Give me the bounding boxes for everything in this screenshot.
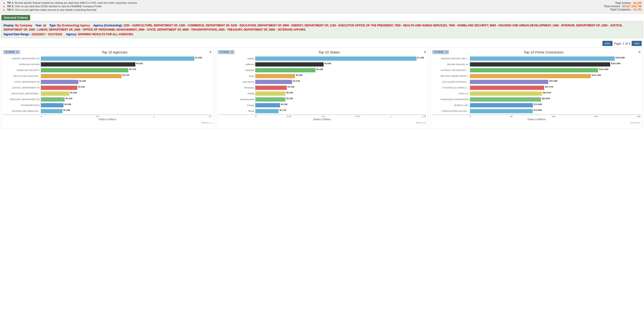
bar-label: TRANSPORTATION: [4, 104, 41, 106]
tips-left: 🔺 TIP 1: Reveal specific federal markets…: [2, 2, 604, 12]
bar-track[interactable]: $141.78M: [470, 74, 640, 78]
axis-tick-label: 0.5: [96, 115, 99, 118]
chart-menu-icon-0[interactable]: ≡: [209, 50, 212, 54]
bar-value-label: $73.93M: [534, 103, 542, 106]
axis-labels-1: 00.250.50.7511.25: [218, 115, 426, 118]
axis-tick-label: 0: [41, 115, 42, 118]
bar-track[interactable]: $0.17B: [255, 109, 426, 113]
bar-value-label: $164.48M: [611, 62, 620, 65]
bar-track[interactable]: $1.35B: [41, 56, 212, 61]
bar-track[interactable]: $0.83B: [41, 62, 212, 66]
bar-track[interactable]: $0.27B: [255, 80, 426, 84]
chart-logo-1: FEDMINE.US: [218, 50, 234, 54]
bar-row: HOMELAND SECURITY$0.77B: [4, 68, 212, 73]
chart-menu-icon-2[interactable]: ≡: [638, 50, 640, 54]
bar-row: Florida$0.22B: [218, 91, 426, 96]
bar-track[interactable]: $87.07M: [470, 86, 640, 90]
bar-label: BECHTEL MARINE PROPU...: [432, 75, 470, 77]
bar-fill: [470, 56, 614, 61]
bar-label: HOUSING AND URBAN DE...: [4, 110, 41, 112]
bar-track[interactable]: $73.68M: [470, 109, 640, 113]
chart-header-1: FEDMINE.USTop 10 States≡: [218, 50, 426, 54]
bar-row: VETERANS AFFAIRS$0.83B: [4, 62, 212, 67]
bar-track[interactable]: $92.08M: [470, 80, 640, 84]
bar-track[interactable]: $0.77B: [41, 68, 212, 72]
chart-menu-icon-1[interactable]: ≡: [424, 50, 426, 54]
stats-panel: Total Actions : 40,245 Total Amount : $5…: [604, 2, 642, 11]
total-amount-value[interactable]: $5,627,100,746: [622, 5, 642, 8]
bar-fill: [470, 92, 542, 96]
bar-fill: [255, 68, 315, 72]
year-label: Year:: [36, 24, 42, 27]
display-label: Display:: [4, 24, 14, 27]
charts-row: FEDMINE.USTop 10 Agencies≡ENERGY, DEPART…: [0, 48, 644, 131]
bar-track[interactable]: $73.93M: [470, 103, 640, 107]
watermark-0: fedmine.us: [4, 122, 212, 124]
bar-row: Maryland$0.44B: [218, 68, 426, 73]
bar-fill: [41, 109, 62, 113]
total-companies-value[interactable]: 14,791: [633, 8, 642, 11]
bar-label: Texas: [218, 75, 255, 77]
watermark-1: fedmine.us: [218, 122, 426, 124]
bar-track[interactable]: $169.58M: [470, 56, 640, 61]
bar-track[interactable]: $0.71B: [41, 74, 212, 78]
bar-label: HEALTH AND HUMAN SE...: [4, 75, 41, 77]
bar-track[interactable]: $1.18B: [255, 56, 426, 61]
bar-track[interactable]: $0.23B: [255, 86, 426, 90]
axis-tick-label: 50: [510, 115, 512, 118]
chart-header-0: FEDMINE.USTop 10 Agencies≡: [4, 50, 212, 54]
bar-fill: [470, 103, 533, 107]
watermark-2: fedmine.us: [432, 122, 640, 124]
axis-tick-label: 100: [552, 115, 555, 118]
bar-track[interactable]: $164.48M: [470, 62, 640, 66]
bar-label: ENERGY, DEPARTMENT OF: [4, 58, 41, 60]
bar-value-label: $0.17B: [279, 109, 286, 111]
tip1-text: Reveal specific federal markets by click…: [15, 2, 137, 4]
total-amount-label: Total Amount :: [604, 5, 621, 8]
bar-track[interactable]: $0.18B: [255, 103, 426, 107]
chart-title-1: Top 10 States: [234, 50, 424, 54]
next-button[interactable]: next: [632, 41, 642, 46]
bar-track[interactable]: $0.20B: [41, 103, 212, 107]
bar-row: Massachusetts$0.22B: [218, 97, 426, 102]
bar-track[interactable]: $83.25M: [470, 97, 640, 102]
bar-label: UT BATTELLE LIMITED LI...: [432, 86, 470, 89]
bar-track[interactable]: $0.44B: [255, 68, 426, 72]
agency-label: Agency (Contracting):: [93, 24, 122, 27]
axis-tick-label: 1: [153, 115, 154, 118]
criteria-main-line: Display: By Company Year: all Type: By (…: [4, 23, 640, 32]
total-amount-row: Total Amount : $5,627,100,746: [604, 5, 642, 8]
axis-tick-label: 200: [637, 115, 640, 118]
bar-value-label: $83.25M: [542, 97, 550, 100]
bar-track[interactable]: $0.33B: [41, 80, 212, 84]
bar-track[interactable]: $0.29B: [255, 74, 426, 78]
bar-fill: [41, 80, 78, 84]
bar-label: CSRA LLC: [432, 92, 470, 95]
bar-track[interactable]: $0.19B: [41, 109, 212, 113]
bar-track[interactable]: $150.30M: [470, 68, 640, 72]
bar-track[interactable]: $0.50B: [255, 62, 426, 66]
bar-track[interactable]: $0.25B: [41, 92, 212, 96]
signed-date-label: Signed Date Range :: [4, 33, 31, 36]
tip-1: 🔺 TIP 1: Reveal specific federal markets…: [2, 2, 604, 4]
axis-tick-label: 0.75: [355, 115, 360, 118]
bar-row: New Mexico$0.27B: [218, 79, 426, 84]
bar-row: ENERGY, DEPARTMENT OF$1.35B: [4, 56, 212, 61]
total-companies-row: Total Companies : 14,791: [604, 8, 642, 11]
type-label: Type:: [49, 24, 56, 27]
bar-track[interactable]: $0.22B: [255, 92, 426, 96]
bar-value-label: $0.29B: [296, 74, 303, 76]
bar-track[interactable]: $84.51M: [470, 92, 640, 96]
prev-button[interactable]: prev: [602, 41, 612, 46]
axis-tick-label: 0: [255, 115, 256, 118]
bar-value-label: $92.08M: [549, 80, 558, 82]
total-actions-value[interactable]: 40,245: [633, 2, 642, 5]
bar-track[interactable]: $0.22B: [255, 97, 426, 102]
bar-row: EDUCATION, DEPARTMEN...$0.25B: [4, 91, 212, 96]
agency-value2: SHOWING RESULTS FOR ALL AGENCIES: [78, 33, 133, 36]
bar-track[interactable]: $0.21B: [41, 97, 212, 102]
bar-track[interactable]: $0.32B: [41, 86, 212, 90]
axis-line-2: [432, 114, 640, 115]
bar-value-label: $169.58M: [615, 56, 625, 59]
bar-row: CONSOLIDATED NUCLEA...$73.68M: [432, 108, 640, 114]
